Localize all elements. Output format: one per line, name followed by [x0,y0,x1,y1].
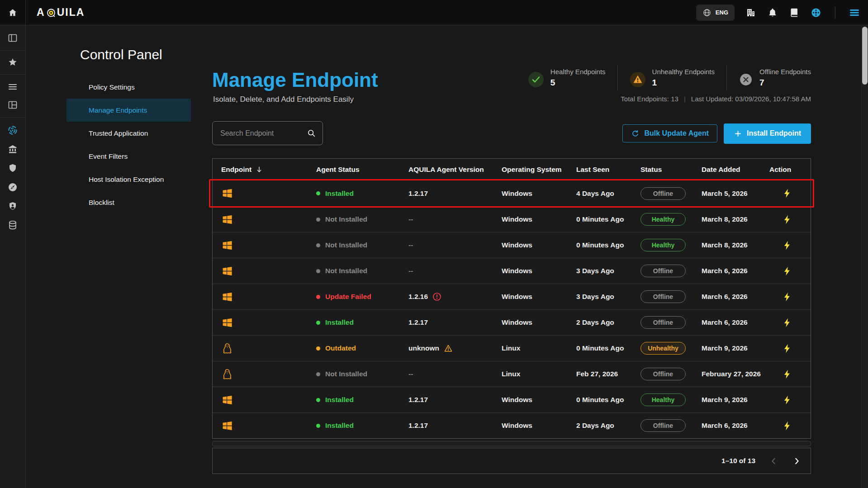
table-row[interactable]: Not Installed--Windows0 Minutes AgoHealt… [213,206,811,232]
home-button[interactable] [0,0,26,25]
status-cell: Offline [640,265,702,277]
column-header-action: Action [769,166,811,174]
action-bolt-icon[interactable] [782,292,792,302]
status-cell: Unhealthy [640,342,702,355]
agent-status-cell: Installed [316,422,408,430]
endpoint-table: Endpoint Agent Status AQUILA Agent Versi… [212,158,811,439]
chevron-left-icon[interactable] [769,456,778,466]
stat-offline: Offline Endpoints 7 [727,68,811,88]
action-cell [769,188,811,199]
list-menu-icon[interactable] [7,81,18,92]
status-badge: Offline [640,368,686,380]
column-header-status[interactable]: Status [640,166,702,174]
column-header-agent-status[interactable]: Agent Status [316,166,408,174]
control-panel-menu: Policy Settings Manage Endpoints Trusted… [66,76,191,214]
stat-value: 5 [550,78,606,88]
column-header-date-added[interactable]: Date Added [702,166,769,174]
operating-system-cell: Windows [502,215,576,223]
action-bolt-icon[interactable] [782,214,792,225]
column-header-last-seen[interactable]: Last Seen [576,166,640,174]
agent-status-cell: Not Installed [316,215,408,223]
last-seen-cell: 0 Minutes Ago [576,344,640,352]
table-row[interactable]: Update Failed1.2.16Windows3 Days AgoOffl… [213,284,811,309]
action-bolt-icon[interactable] [782,266,792,276]
column-header-operating-system[interactable]: Operating System [502,166,576,174]
date-added-cell: March 6, 2026 [702,267,769,275]
endpoint-target-icon[interactable] [7,125,18,136]
date-added-cell: March 9, 2026 [702,344,769,352]
language-selector[interactable]: ENG [696,5,735,21]
sidebar-item-event-filters[interactable]: Event Filters [66,145,191,168]
linux-logo-icon [221,368,233,380]
sort-down-icon[interactable] [255,166,263,174]
panels-icon[interactable] [7,33,18,43]
agent-version-cell: -- [408,267,502,275]
agent-version-cell: 1.2.17 [408,318,502,327]
shield-user-icon[interactable] [7,201,18,212]
layout-icon[interactable] [7,99,18,110]
bulk-update-label: Bulk Update Agent [644,129,709,137]
date-added-cell: March 6, 2026 [702,293,769,301]
shield-icon[interactable] [7,163,18,174]
action-bolt-icon[interactable] [782,369,792,379]
action-bolt-icon[interactable] [782,343,792,354]
operating-system-cell: Windows [502,267,576,275]
organization-button[interactable] [745,7,756,18]
install-endpoint-button[interactable]: Install Endpoint [724,123,811,144]
endpoint-cell [213,187,316,199]
star-icon[interactable] [7,57,18,68]
column-header-endpoint[interactable]: Endpoint [213,166,316,174]
table-header-row: Endpoint Agent Status AQUILA Agent Versi… [213,159,811,180]
action-bolt-icon[interactable] [782,240,792,251]
action-bolt-icon[interactable] [782,317,792,328]
search-icon[interactable] [307,128,316,138]
table-row[interactable]: Not Installed--LinuxFeb 27, 2026OfflineF… [213,361,811,387]
vertical-scrollbar-thumb[interactable] [862,27,868,85]
endpoint-cell [213,342,316,355]
operating-system-cell: Windows [502,318,576,327]
last-updated-label: Last Updated: 03/09/2026, 10:47:58 AM [691,95,811,103]
column-header-agent-version[interactable]: AQUILA Agent Version [408,166,502,174]
sidebar-item-trusted-application[interactable]: Trusted Application [66,122,191,145]
action-cell [769,343,811,354]
sidebar-item-host-isolation-exception[interactable]: Host Isolation Exception [66,168,191,191]
status-dot [316,243,320,247]
status-dot [316,321,320,325]
sidebar-item-policy-settings[interactable]: Policy Settings [66,76,191,99]
notifications-button[interactable] [767,7,778,18]
action-cell [769,292,811,302]
bulk-update-agent-button[interactable]: Bulk Update Agent [622,124,717,142]
table-row[interactable]: Not Installed--Windows0 Minutes AgoHealt… [213,232,811,258]
endpoint-cell [213,420,316,432]
table-row[interactable]: Installed1.2.17Windows2 Days AgoOfflineM… [213,412,811,438]
database-icon[interactable] [7,220,18,231]
topbar-menu-button[interactable] [849,7,860,18]
table-row[interactable]: Not Installed--Windows3 Days AgoOfflineM… [213,258,811,284]
status-badge: Offline [640,316,686,329]
action-bolt-icon[interactable] [782,395,792,405]
horizontal-scrollbar[interactable] [212,441,811,446]
sidebar-item-manage-endpoints[interactable]: Manage Endpoints [66,99,191,122]
operating-system-cell: Windows [502,422,576,430]
vertical-scrollbar[interactable] [861,26,868,488]
windows-logo-icon [221,420,233,432]
action-bolt-icon[interactable] [782,188,792,199]
table-row[interactable]: Installed1.2.17Windows4 Days AgoOfflineM… [213,180,811,206]
agent-version-cell: -- [408,215,502,223]
version-error-icon [432,292,441,301]
support-wheel-icon[interactable] [811,7,821,18]
home-icon [8,8,18,18]
docs-button[interactable] [789,7,800,18]
bank-icon[interactable] [7,144,18,155]
compass-icon[interactable] [7,182,18,193]
table-row[interactable]: Installed1.2.17Windows2 Days AgoOfflineM… [213,309,811,335]
table-row[interactable]: Installed1.2.17Windows0 Minutes AgoHealt… [213,387,811,412]
plus-icon [734,129,742,138]
sidebar-item-blocklist[interactable]: Blocklist [66,191,191,214]
agent-version-cell: unknown [408,344,502,353]
status-dot [316,269,320,273]
chevron-right-icon[interactable] [792,456,802,466]
table-row[interactable]: OutdatedunknownLinux0 Minutes AgoUnhealt… [213,335,811,361]
status-dot [316,191,320,195]
action-bolt-icon[interactable] [782,421,792,431]
